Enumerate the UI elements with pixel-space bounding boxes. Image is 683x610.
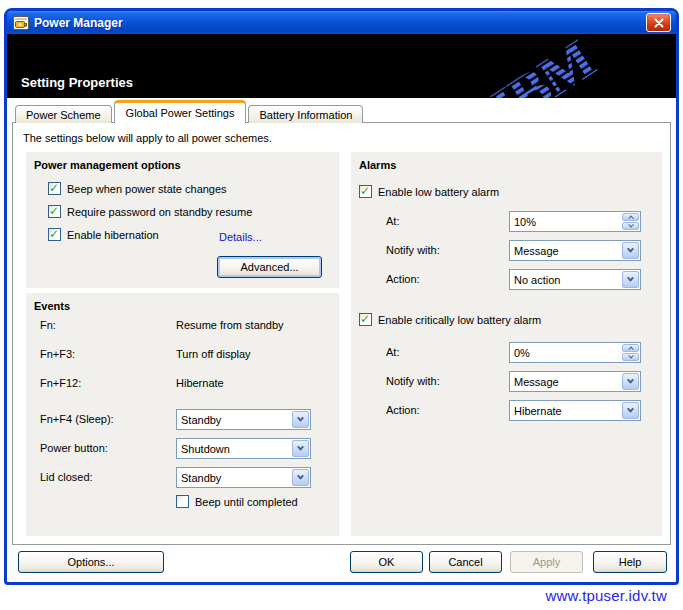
chevron-down-icon[interactable] bbox=[622, 242, 639, 259]
intro-text: The settings below will apply to all pow… bbox=[23, 132, 272, 144]
power-manager-window: Power Manager Setting Properties IBM Pow… bbox=[4, 8, 679, 585]
panel-title: Events bbox=[34, 300, 70, 312]
power-button-select[interactable]: Shutdown bbox=[176, 438, 311, 459]
chevron-down-icon[interactable] bbox=[622, 373, 639, 390]
checkbox-label: Beep until completed bbox=[195, 496, 298, 508]
window-title: Power Manager bbox=[34, 16, 123, 30]
tab-strip: Power Scheme Global Power Settings Batte… bbox=[15, 100, 365, 123]
field-label: At: bbox=[386, 215, 399, 227]
checkbox-label: Require password on standby resume bbox=[67, 206, 252, 218]
critical-alarm-action-select[interactable]: Hibernate bbox=[509, 400, 641, 421]
chevron-down-icon[interactable] bbox=[622, 353, 639, 361]
chevron-up-icon[interactable] bbox=[622, 213, 639, 221]
critical-alarm-notify-select[interactable]: Message bbox=[509, 371, 641, 392]
watermark-url: www.tpuser.idv.tw bbox=[546, 587, 668, 604]
svg-text:IBM: IBM bbox=[481, 34, 605, 98]
checkbox-label: Beep when power state changes bbox=[67, 183, 227, 195]
spinner-value: 10% bbox=[510, 216, 621, 228]
checkbox-require-password[interactable]: ✓ bbox=[48, 205, 61, 218]
advanced-button[interactable]: Advanced... bbox=[217, 256, 322, 278]
chevron-down-icon[interactable] bbox=[292, 440, 309, 457]
check-icon: ✓ bbox=[360, 186, 371, 196]
power-manager-app-icon bbox=[13, 15, 29, 31]
options-button[interactable]: Options... bbox=[18, 551, 164, 573]
critical-alarm-at-spinner[interactable]: 0% bbox=[509, 342, 641, 363]
banner-title: Setting Properties bbox=[21, 75, 133, 90]
field-label: Action: bbox=[386, 273, 420, 285]
low-alarm-at-spinner[interactable]: 10% bbox=[509, 211, 641, 232]
event-label: Fn+F3: bbox=[40, 348, 75, 360]
tab-global-power-settings-label: Global Power Settings bbox=[126, 107, 235, 119]
event-label: Fn+F4 (Sleep): bbox=[40, 413, 114, 425]
fn-f4-sleep-select[interactable]: Standby bbox=[176, 409, 311, 430]
chevron-down-icon[interactable] bbox=[292, 469, 309, 486]
lid-closed-select[interactable]: Standby bbox=[176, 467, 311, 488]
event-value: Hibernate bbox=[176, 377, 224, 389]
check-icon: ✓ bbox=[49, 183, 60, 193]
check-icon: ✓ bbox=[49, 229, 60, 239]
power-management-options-panel: Power management options ✓ Beep when pow… bbox=[26, 152, 339, 288]
selected-value: No action bbox=[510, 274, 621, 286]
tab-power-scheme-label: Power Scheme bbox=[26, 109, 101, 121]
low-alarm-action-select[interactable]: No action bbox=[509, 269, 641, 290]
events-panel: Events Fn: Resume from standby Fn+F3: Tu… bbox=[26, 293, 339, 536]
check-icon: ✓ bbox=[49, 206, 60, 216]
checkbox-enable-low-battery-alarm[interactable]: ✓ bbox=[359, 185, 372, 198]
panel-title: Alarms bbox=[359, 159, 396, 171]
low-alarm-notify-select[interactable]: Message bbox=[509, 240, 641, 261]
banner: Setting Properties IBM bbox=[7, 34, 676, 98]
event-label: Lid closed: bbox=[40, 471, 93, 483]
title-bar[interactable]: Power Manager bbox=[7, 11, 676, 34]
chevron-down-icon[interactable] bbox=[622, 271, 639, 288]
selected-value: Message bbox=[510, 245, 621, 257]
tab-battery-information-label: Battery Information bbox=[259, 109, 352, 121]
ibm-logo: IBM bbox=[458, 34, 658, 98]
tab-battery-information[interactable]: Battery Information bbox=[248, 105, 363, 123]
event-label: Fn+F12: bbox=[40, 377, 81, 389]
selected-value: Hibernate bbox=[510, 405, 621, 417]
checkbox-enable-critical-battery-alarm[interactable]: ✓ bbox=[359, 313, 372, 326]
ok-button[interactable]: OK bbox=[350, 551, 423, 573]
chevron-up-icon[interactable] bbox=[622, 344, 639, 352]
checkbox-label: Enable critically low battery alarm bbox=[378, 314, 541, 326]
selected-value: Standby bbox=[177, 414, 291, 426]
close-button[interactable] bbox=[646, 13, 671, 32]
details-link[interactable]: Details... bbox=[219, 231, 262, 243]
spinner-value: 0% bbox=[510, 347, 621, 359]
field-label: At: bbox=[386, 346, 399, 358]
event-label: Fn: bbox=[40, 319, 56, 331]
event-label: Power button: bbox=[40, 442, 108, 454]
checkbox-beep-until-completed[interactable]: ✓ bbox=[176, 495, 189, 508]
chevron-down-icon[interactable] bbox=[622, 222, 639, 230]
close-icon bbox=[654, 18, 664, 28]
checkbox-enable-hibernation[interactable]: ✓ bbox=[48, 228, 61, 241]
chevron-down-icon[interactable] bbox=[622, 402, 639, 419]
event-value: Resume from standby bbox=[176, 319, 284, 331]
event-value: Turn off display bbox=[176, 348, 251, 360]
selected-value: Message bbox=[510, 376, 621, 388]
field-label: Action: bbox=[386, 404, 420, 416]
check-icon: ✓ bbox=[360, 314, 371, 324]
cancel-button[interactable]: Cancel bbox=[429, 551, 502, 573]
chevron-down-icon[interactable] bbox=[292, 411, 309, 428]
selected-value: Standby bbox=[177, 472, 291, 484]
checkbox-beep-power-state[interactable]: ✓ bbox=[48, 182, 61, 195]
help-button[interactable]: Help bbox=[593, 551, 667, 573]
tab-page: The settings below will apply to all pow… bbox=[12, 122, 671, 545]
panel-title: Power management options bbox=[34, 159, 181, 171]
apply-button: Apply bbox=[510, 551, 583, 573]
checkbox-label: Enable hibernation bbox=[67, 229, 159, 241]
field-label: Notify with: bbox=[386, 375, 440, 387]
tab-global-power-settings[interactable]: Global Power Settings bbox=[114, 100, 247, 123]
tab-power-scheme[interactable]: Power Scheme bbox=[15, 105, 112, 123]
selected-value: Shutdown bbox=[177, 443, 291, 455]
alarms-panel: Alarms ✓ Enable low battery alarm At: 10… bbox=[351, 152, 662, 536]
checkbox-label: Enable low battery alarm bbox=[378, 186, 499, 198]
field-label: Notify with: bbox=[386, 244, 440, 256]
